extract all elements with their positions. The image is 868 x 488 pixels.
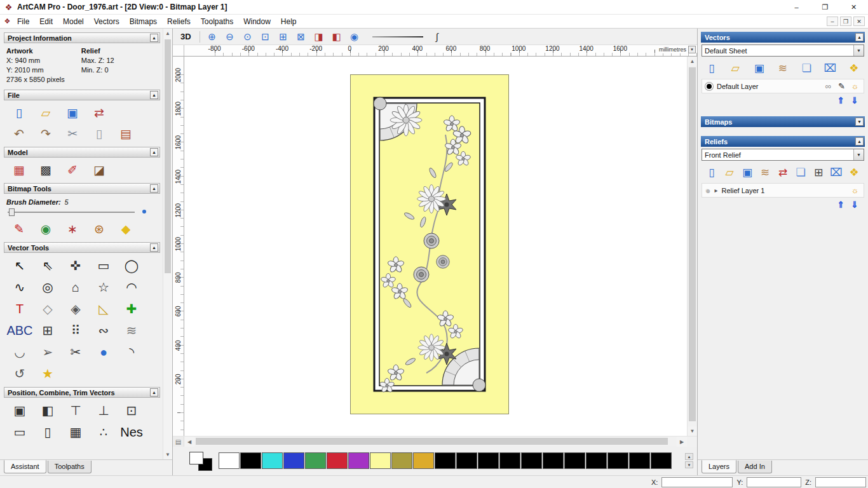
view-3d-button[interactable]: 3D: [177, 31, 195, 42]
scroll-up-icon[interactable]: ▲: [688, 57, 697, 66]
scrollbar-thumb[interactable]: [165, 39, 171, 273]
sheet-select[interactable]: Default Sheet ▼: [702, 44, 864, 57]
scroll-down-icon[interactable]: ▼: [688, 426, 697, 436]
save-model-icon[interactable]: ▣: [64, 104, 81, 121]
align-corner-icon[interactable]: ⊡: [121, 400, 142, 421]
new-vector-layer-icon[interactable]: ▯: [703, 60, 720, 76]
color-swatch[interactable]: [283, 452, 304, 469]
load-bitmap-icon[interactable]: ◪: [90, 161, 108, 178]
cut-icon[interactable]: ✂: [64, 125, 81, 142]
color-swatch[interactable]: [327, 452, 348, 469]
relief-select[interactable]: Front Relief ▼: [702, 149, 864, 161]
child-minimize-button[interactable]: –: [827, 17, 838, 26]
new-relief-sheet-icon[interactable]: ❏: [792, 165, 809, 180]
maximize-button[interactable]: ❐: [811, 0, 839, 14]
expander-icon[interactable]: ▸: [714, 187, 717, 194]
close-vector-icon[interactable]: ◡: [9, 341, 31, 363]
scrollbar-thumb[interactable]: [196, 438, 668, 445]
section-header-bitmaps[interactable]: Bitmaps ▼: [701, 116, 865, 127]
undo-icon[interactable]: ↶: [10, 125, 28, 142]
toggle-vector-visibility-icon[interactable]: ◧: [329, 30, 344, 44]
color-swatch[interactable]: [219, 452, 240, 469]
section-header-vectors[interactable]: Vectors ▲: [701, 32, 865, 43]
open-vector-layer-icon[interactable]: ▱: [727, 60, 743, 76]
scroll-right-icon[interactable]: ▶: [677, 437, 687, 447]
minimize-button[interactable]: –: [782, 0, 811, 14]
new-model-icon[interactable]: ▯: [10, 104, 28, 121]
tab-toolpaths[interactable]: Toolpaths: [48, 461, 92, 473]
collapse-icon[interactable]: ▲: [150, 91, 158, 99]
section-header-bitmap-tools[interactable]: Bitmap Tools ▲: [4, 183, 160, 194]
palette-scroll-down-icon[interactable]: ▼: [685, 461, 693, 468]
fillet-tool-icon[interactable]: ◝: [121, 341, 142, 363]
move-layer-up-icon[interactable]: ⇑: [837, 95, 845, 105]
create-arc-icon[interactable]: ◠: [121, 276, 142, 298]
color-swatch[interactable]: [478, 452, 499, 469]
assistant-scrollbar[interactable]: ▲ ▼: [163, 29, 172, 459]
calculate-relief-icon[interactable]: ⊞: [810, 165, 827, 180]
scroll-up-icon[interactable]: ▲: [163, 29, 172, 38]
sculpt-tool-icon[interactable]: ✐: [64, 161, 81, 178]
vector-doctor-icon[interactable]: ➢: [37, 341, 58, 363]
transform-vectors-icon[interactable]: ✜: [65, 255, 86, 276]
open-model-icon[interactable]: ▱: [37, 104, 55, 121]
palette-scroll-up-icon[interactable]: ▲: [685, 453, 693, 460]
wizard-star-icon[interactable]: ★: [37, 363, 58, 384]
units-dropdown-icon[interactable]: ▼: [688, 46, 696, 53]
layer-visibility-icon[interactable]: ☼: [850, 81, 860, 92]
slider-track[interactable]: [8, 212, 135, 213]
paste-icon[interactable]: ▯: [90, 125, 108, 142]
link-layer-icon[interactable]: ∞: [823, 81, 834, 92]
scrollbar-track[interactable]: [688, 66, 697, 426]
align-left-icon[interactable]: ◧: [37, 400, 58, 421]
x-coordinate-field[interactable]: [661, 477, 733, 487]
simulate-view-icon[interactable]: ◉: [347, 30, 362, 44]
zoom-1to1-icon[interactable]: ⊙: [240, 30, 255, 44]
color-swatch[interactable]: [370, 452, 391, 469]
color-swatch[interactable]: [391, 452, 412, 469]
color-swatch[interactable]: [543, 452, 564, 469]
measure-tool-icon[interactable]: ◺: [93, 298, 114, 320]
section-header-project-information[interactable]: Project Information ▲: [4, 32, 160, 43]
transfer-relief-icon[interactable]: ⇄: [775, 165, 791, 180]
move-layer-down-icon[interactable]: ⇓: [851, 95, 858, 105]
z-coordinate-field[interactable]: [815, 477, 866, 487]
toggle-relief-layers-icon[interactable]: ❖: [846, 165, 862, 180]
create-circle-icon[interactable]: ◯: [121, 255, 142, 276]
color-swatch[interactable]: [629, 452, 650, 469]
paint-palette-icon[interactable]: ⊛: [90, 220, 108, 237]
create-ellipse-icon[interactable]: ◎: [37, 276, 58, 298]
section-header-position-combine-trim[interactable]: Position, Combine, Trim Vectors ▲: [4, 387, 160, 398]
brush-stroke-preview[interactable]: [372, 36, 428, 37]
nest-vectors-icon[interactable]: Nes: [121, 421, 142, 443]
color-swatch[interactable]: [435, 452, 456, 469]
select-vectors-icon[interactable]: ↖: [9, 255, 31, 276]
new-sheet-icon[interactable]: ❏: [798, 60, 815, 76]
create-polygon-icon[interactable]: ⌂: [65, 276, 86, 298]
greyscale-model-icon[interactable]: ▩: [37, 161, 55, 178]
block-copy-icon[interactable]: ⠿: [65, 320, 86, 341]
layer-color-swatch[interactable]: [705, 83, 713, 90]
section-header-vector-tools[interactable]: Vector Tools ▲: [4, 242, 160, 253]
model-transfer-icon[interactable]: ⇄: [90, 104, 108, 121]
group-vectors-icon[interactable]: ▦: [65, 421, 86, 443]
primary-secondary-swatch[interactable]: [189, 451, 214, 471]
section-header-reliefs[interactable]: Reliefs ▲: [701, 136, 865, 147]
redo-icon[interactable]: ↷: [37, 125, 55, 142]
collapse-icon[interactable]: ▲: [855, 137, 864, 146]
create-star-icon[interactable]: ☆: [93, 276, 114, 298]
menu-toolpaths[interactable]: Toolpaths: [196, 15, 238, 28]
save-relief-icon[interactable]: ▣: [739, 165, 756, 180]
slider-thumb[interactable]: [9, 208, 15, 216]
child-restore-button[interactable]: ❐: [840, 17, 851, 26]
move-layer-down-icon[interactable]: ⇓: [851, 200, 858, 210]
tab-add-in[interactable]: Add In: [738, 461, 772, 473]
color-swatch[interactable]: [240, 452, 261, 469]
child-close-button[interactable]: ✕: [853, 17, 865, 26]
vertical-scrollbar[interactable]: ▲ ▼: [687, 57, 697, 436]
zoom-in-icon[interactable]: ⊕: [205, 30, 220, 44]
color-swatch[interactable]: [499, 452, 520, 469]
layer-name[interactable]: Relief Layer 1: [722, 187, 765, 194]
distribute-horizontal-icon[interactable]: ▭: [9, 421, 31, 443]
extrude-tool-icon[interactable]: ●: [93, 341, 114, 363]
